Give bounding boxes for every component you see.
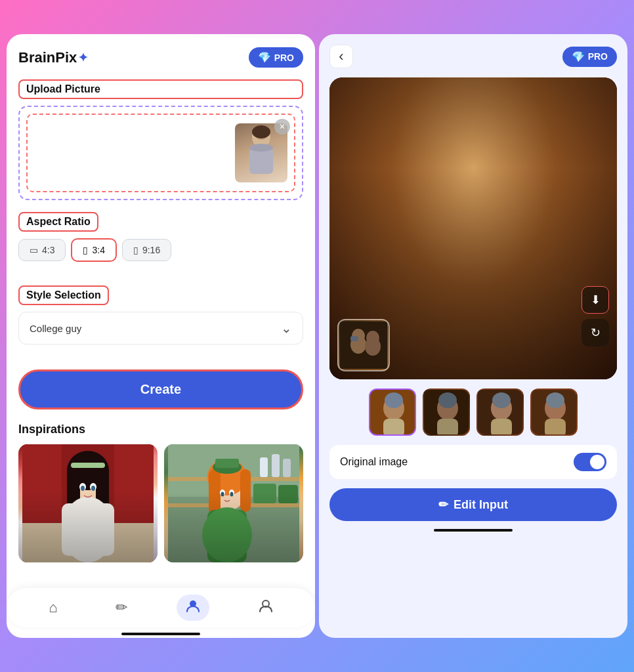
aspect-ratio-section: Aspect Ratio ▭ 4:3 ▯ 3:4 ▯ 9:16 (18, 212, 303, 262)
main-image-area: ⬇ ↻ (329, 77, 617, 379)
back-icon: ‹ (339, 48, 343, 65)
bottom-nav: ⌂ ✏ (7, 588, 315, 627)
inspirations-title: Inspirations (18, 423, 303, 436)
inspiration-card-2[interactable] (164, 444, 303, 562)
svg-rect-90 (424, 390, 470, 436)
create-button[interactable]: Create (18, 369, 303, 410)
ratio-9-16-icon: ▯ (133, 245, 138, 255)
thumb-3-svg (478, 390, 524, 436)
ratio-9-16-label: 9:16 (142, 245, 160, 255)
inspiration-1-overlay (18, 492, 158, 562)
logo-star: ✦ (78, 51, 88, 65)
svg-rect-80 (340, 322, 387, 369)
ratio-9-16[interactable]: ▯ 9:16 (122, 239, 171, 261)
nav-home[interactable]: ⌂ (39, 595, 66, 620)
avatar-icon (186, 598, 200, 617)
ratio-4-3-icon: ▭ (30, 245, 38, 255)
diamond-icon-right: 💎 (572, 51, 585, 63)
thumb-1-svg (370, 390, 416, 436)
svg-rect-25 (272, 454, 280, 477)
svg-point-18 (81, 486, 85, 491)
inspirations-section: Inspirations (18, 423, 303, 588)
nav-profile[interactable] (249, 595, 282, 621)
profile-icon (259, 598, 273, 617)
nav-avatar[interactable] (177, 595, 209, 621)
svg-point-4 (252, 125, 270, 138)
chevron-down-icon: ⌄ (281, 320, 292, 336)
thumb-2-svg (424, 390, 470, 436)
left-panel: BrainPix✦ 💎 PRO Upload Picture (7, 34, 315, 638)
thumb-3[interactable] (476, 388, 524, 436)
thumb-4[interactable] (530, 388, 578, 436)
style-label: Style Selection (18, 285, 109, 305)
thumbnail-row (329, 388, 617, 436)
create-label: Create (140, 382, 181, 396)
edit-input-button[interactable]: ✏ Edit Input (329, 488, 617, 521)
thumb-2[interactable] (423, 388, 470, 436)
refresh-icon: ↻ (591, 326, 601, 340)
ratio-4-3-label: 4:3 (42, 245, 54, 255)
svg-rect-13 (71, 463, 105, 468)
edit-pencil-icon: ✏ (438, 497, 448, 512)
pro-badge-left[interactable]: 💎 PRO (249, 47, 303, 68)
logo-text: BrainPix (18, 49, 77, 66)
ratio-4-3[interactable]: ▭ 4:3 (18, 239, 66, 261)
edit-icon: ✏ (116, 599, 127, 616)
svg-rect-100 (532, 390, 578, 436)
pro-label-left: PRO (274, 52, 294, 63)
upload-area[interactable]: ✕ (18, 106, 303, 200)
download-button[interactable]: ⬇ (581, 286, 609, 314)
svg-point-3 (249, 144, 273, 152)
diamond-icon-left: 💎 (258, 51, 271, 64)
pro-label-right: PRO (588, 51, 608, 62)
ratio-3-4-icon: ▯ (83, 245, 88, 255)
person-silhouette-svg (242, 125, 281, 181)
svg-point-19 (91, 486, 95, 491)
left-header: BrainPix✦ 💎 PRO (18, 47, 303, 68)
svg-rect-95 (478, 390, 524, 436)
thumbnail-svg (340, 322, 387, 369)
ratio-3-4[interactable]: ▯ 3:4 (71, 238, 116, 262)
svg-rect-24 (260, 457, 268, 477)
back-button[interactable]: ‹ (329, 45, 353, 68)
refresh-button[interactable]: ↻ (581, 319, 609, 346)
home-indicator-left (121, 633, 200, 635)
thumb-4-svg (532, 390, 578, 436)
ratio-3-4-label: 3:4 (92, 245, 104, 255)
action-buttons: ⬇ ↻ (581, 286, 609, 346)
style-section: Style Selection College guy ⌄ (18, 285, 303, 345)
style-selected: College guy (30, 323, 81, 334)
toggle-thumb (590, 455, 604, 469)
original-image-toggle[interactable] (574, 453, 606, 471)
style-dropdown[interactable]: College guy ⌄ (18, 312, 303, 345)
original-image-label: Original image (340, 456, 408, 468)
original-image-row: Original image (329, 445, 617, 479)
close-button[interactable]: ✕ (274, 119, 290, 135)
nav-edit[interactable]: ✏ (106, 595, 137, 620)
right-header: ‹ 💎 PRO (329, 45, 617, 68)
pro-badge-right[interactable]: 💎 PRO (562, 47, 617, 67)
thumb-1[interactable] (369, 388, 416, 436)
home-icon: ⌂ (49, 599, 57, 616)
svg-rect-85 (370, 390, 416, 436)
inspirations-grid (18, 444, 303, 562)
original-thumbnail (337, 319, 390, 371)
inspiration-2-overlay (164, 492, 303, 562)
logo: BrainPix✦ (18, 49, 88, 66)
ratio-options: ▭ 4:3 ▯ 3:4 ▯ 9:16 (18, 238, 303, 262)
svg-rect-34 (215, 459, 239, 468)
svg-rect-26 (283, 459, 291, 477)
edit-input-label: Edit Input (454, 498, 508, 512)
upload-label: Upload Picture (18, 79, 303, 99)
right-panel: ‹ 💎 PRO (319, 34, 627, 638)
inspiration-card-1[interactable] (18, 444, 158, 562)
upload-inner[interactable]: ✕ (26, 114, 295, 192)
home-indicator-right (434, 529, 513, 532)
aspect-ratio-label: Aspect Ratio (18, 212, 98, 232)
download-icon: ⬇ (591, 293, 601, 307)
